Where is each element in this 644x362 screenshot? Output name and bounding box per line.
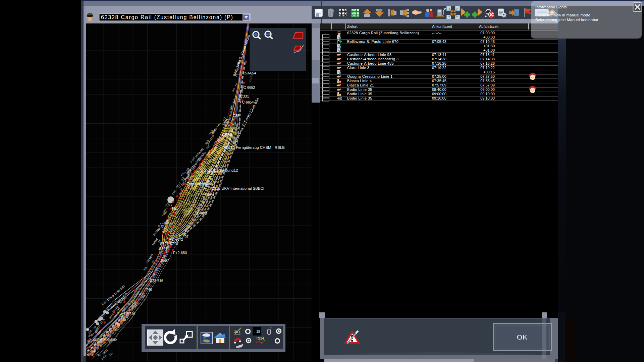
svg-text:07:27:50: 07:27:50 — [480, 74, 495, 78]
svg-text:08:40:00: 08:40:00 — [432, 87, 446, 92]
svg-text:C331: C331 — [240, 94, 249, 98]
svg-text:09:00:00: 09:00:00 — [480, 87, 495, 92]
svg-text:62328 Cargo Rail (Zustellung B: 62328 Cargo Rail (Zustellung Bellinzona) — [347, 31, 419, 35]
svg-text:C520: C520 — [222, 133, 232, 137]
svg-text:07:57:09: 07:57:09 — [480, 83, 495, 87]
svg-text:C35: C35 — [233, 114, 239, 118]
svg-text:OK: OK — [517, 333, 528, 341]
svg-text:07:55:45: 07:55:45 — [480, 79, 495, 83]
svg-text:S597: S597 — [159, 247, 168, 251]
svg-text:TS14: TS14 — [256, 337, 264, 340]
svg-text:Zielort: Zielort — [347, 24, 358, 28]
svg-text:Bodio Linie 35: Bodio Linie 35 — [347, 87, 372, 92]
svg-text:Castione-Arbedo Bahnsteig 3: Castione-Arbedo Bahnsteig 3 — [347, 57, 398, 61]
svg-text:60210 Ferngüterzug CHSM - RBLE: 60210 Ferngüterzug CHSM - RBLE — [224, 145, 285, 149]
svg-text:07:57:09: 07:57:09 — [432, 83, 446, 87]
svg-text:C-6654: C-6654 — [242, 100, 254, 104]
svg-text:+00:15: +00:15 — [483, 70, 495, 74]
svg-text:Osogna-Cresciano Linie 1: Osogna-Cresciano Linie 1 — [347, 74, 393, 78]
svg-text:07:16:26: 07:16:26 — [480, 61, 495, 65]
svg-text:07:25:00: 07:25:00 — [432, 74, 446, 78]
svg-text:Bodio Linie 35: Bodio Linie 35 — [347, 96, 372, 100]
svg-text:Castione-Arbedo Linie 93: Castione-Arbedo Linie 93 — [347, 53, 392, 57]
svg-text:30: 30 — [234, 330, 238, 334]
svg-text:S597: S597 — [160, 258, 169, 262]
svg-text:07:13:41: 07:13:41 — [480, 53, 495, 57]
svg-text:+01:00: +01:00 — [483, 48, 495, 52]
svg-text:Zugverbindung9: Zugverbindung9 — [196, 170, 223, 174]
svg-text:07:00:00: 07:00:00 — [480, 31, 495, 35]
svg-text:G--683: G--683 — [196, 211, 207, 215]
svg-text:09:10:00: 09:10:00 — [432, 96, 446, 100]
svg-text:07:13:41: 07:13:41 — [432, 53, 446, 57]
svg-text:S73-616: S73-616 — [150, 279, 163, 283]
svg-text:42015 UKV International SBBCI: 42015 UKV International SBBCI — [210, 186, 264, 190]
svg-text:C53-654: C53-654 — [243, 71, 256, 75]
svg-text:S597-6710: S597-6710 — [160, 242, 178, 246]
svg-text:07:35:45: 07:35:45 — [432, 79, 446, 83]
svg-text:Beleuchtung jetzt Manuel bedie: Beleuchtung jetzt Manuel bedienbar — [535, 17, 598, 22]
svg-text:09:10:00: 09:10:00 — [480, 92, 495, 96]
svg-text:07:14:38: 07:14:38 — [480, 57, 495, 61]
svg-text:F+2-683: F+2-683 — [173, 251, 187, 255]
svg-text:+00:03: +00:03 — [483, 35, 495, 39]
svg-text:Claro Linie 3: Claro Linie 3 — [347, 66, 369, 70]
svg-text:F51: F51 — [172, 207, 178, 210]
svg-text:Biasca Linie 21: Biasca Linie 21 — [347, 83, 374, 87]
svg-text:09:10:00: 09:10:00 — [480, 96, 495, 100]
svg-text:09:00:00: 09:00:00 — [432, 92, 446, 96]
svg-text:62328 Cargo Rail (Zustellung B: 62328 Cargo Rail (Zustellung Bellinzona)… — [101, 14, 233, 20]
svg-text:Bellinzona S. Paolo Linie 670: Bellinzona S. Paolo Linie 670 — [347, 40, 398, 44]
svg-text:F5--6672: F5--6672 — [169, 238, 183, 241]
svg-text:07:05:43: 07:05:43 — [432, 40, 446, 44]
svg-text:C-6652: C-6652 — [244, 85, 255, 89]
svg-text:07:14:38: 07:14:38 — [432, 57, 446, 61]
svg-text:18: 18 — [256, 329, 260, 334]
svg-text:Zugsverbindung8: Zugsverbindung8 — [187, 182, 215, 186]
svg-text:07:10:43: 07:10:43 — [480, 40, 495, 44]
svg-text:-740: -740 — [145, 288, 152, 292]
svg-text:07:19:22: 07:19:22 — [432, 66, 446, 70]
svg-text:Castione-Arbedo Linie 485: Castione-Arbedo Linie 485 — [347, 61, 394, 65]
svg-text:Lights are now in manual mode: Lights are now in manual mode — [535, 13, 590, 17]
svg-text:--:--:--: --:--:-- — [432, 31, 441, 35]
svg-text:07:16:26: 07:16:26 — [432, 61, 446, 65]
svg-text:07:19:22: 07:19:22 — [480, 66, 495, 70]
svg-text:Abfahrtszeit: Abfahrtszeit — [479, 24, 498, 28]
svg-text:-6654: -6654 — [206, 193, 214, 197]
svg-text:Ankunftszeit: Ankunftszeit — [432, 24, 452, 28]
svg-text:+01:30: +01:30 — [483, 44, 495, 48]
svg-text:Information Lights: Information Lights — [535, 5, 567, 9]
svg-text:Bodio Linie 35: Bodio Linie 35 — [347, 92, 372, 96]
svg-text:Biasca Linie 4: Biasca Linie 4 — [347, 79, 372, 83]
